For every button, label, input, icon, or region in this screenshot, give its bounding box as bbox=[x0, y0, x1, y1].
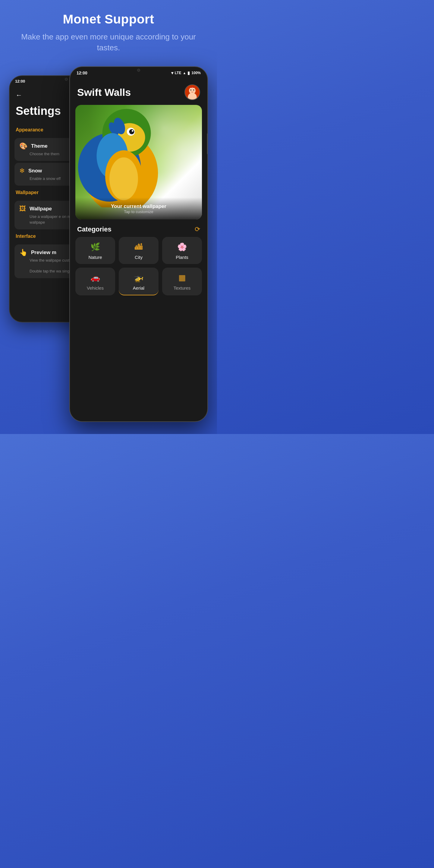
notch-front bbox=[124, 67, 154, 72]
vehicles-icon: 🚗 bbox=[90, 273, 100, 282]
category-aerial[interactable]: 🚁 Aerial bbox=[119, 268, 158, 296]
app-title: Swift Walls bbox=[77, 87, 131, 98]
camera-front bbox=[137, 69, 140, 72]
svg-point-3 bbox=[190, 90, 192, 91]
avatar[interactable] bbox=[184, 84, 200, 100]
status-icons-front: ▾ LTE ▲ ▮ 100% bbox=[171, 70, 201, 75]
textures-icon: ▦ bbox=[179, 273, 186, 282]
battery-front: 100% bbox=[191, 71, 201, 75]
plants-label: Plants bbox=[176, 255, 188, 260]
battery-front-icon: ▮ bbox=[187, 70, 190, 75]
wallpaper-overlay: Your current wallpaper Tap to customize bbox=[75, 197, 202, 219]
category-nature[interactable]: 🌿 Nature bbox=[75, 237, 115, 264]
category-city[interactable]: 🏙 City bbox=[119, 237, 158, 264]
textures-label: Textures bbox=[174, 285, 191, 290]
wallpaper-sublabel: Tap to customize bbox=[82, 210, 196, 214]
phones-container: 12:00 ▾ LTE ▲ ▮ 100% ← Settings Appearan… bbox=[0, 66, 217, 434]
nature-label: Nature bbox=[88, 255, 102, 260]
wallpaper-label: Your current wallpaper bbox=[82, 204, 196, 210]
nature-icon: 🌿 bbox=[90, 242, 100, 252]
svg-point-10 bbox=[129, 129, 134, 134]
wallpaper-title: Wallpape bbox=[30, 206, 52, 212]
categories-grid: 🌿 Nature 🏙 City 🌸 Plants 🚗 Vehicles 🚁 bbox=[70, 237, 207, 296]
signal-front-icon: ▲ bbox=[183, 71, 186, 75]
category-vehicles[interactable]: 🚗 Vehicles bbox=[75, 268, 115, 296]
preview-icon: 👆 bbox=[19, 249, 27, 256]
lte-front: LTE bbox=[175, 71, 181, 75]
time-back: 12:00 bbox=[15, 79, 25, 84]
swift-walls-content: Swift Walls bbox=[70, 77, 207, 296]
camera-back bbox=[65, 78, 68, 81]
wifi-front-icon: ▾ bbox=[171, 70, 173, 75]
volume-button bbox=[207, 133, 208, 154]
parrot-svg bbox=[75, 105, 184, 207]
category-textures[interactable]: ▦ Textures bbox=[162, 268, 202, 296]
vehicles-label: Vehicles bbox=[87, 285, 104, 290]
svg-point-16 bbox=[110, 157, 138, 200]
categories-refresh-icon[interactable]: ⟳ bbox=[195, 225, 200, 233]
page-subtitle: Make the app even more unique according … bbox=[18, 31, 199, 53]
wallpaper-icon: 🖼 bbox=[19, 205, 26, 213]
snow-title: Snow bbox=[28, 168, 42, 174]
preview-title: Preview m bbox=[31, 250, 56, 255]
wallpaper-card[interactable]: Your current wallpaper Tap to customize bbox=[75, 105, 202, 219]
theme-title: Theme bbox=[31, 143, 48, 149]
aerial-icon: 🚁 bbox=[134, 273, 144, 282]
snow-icon: ❄ bbox=[19, 167, 25, 175]
svg-point-4 bbox=[193, 90, 194, 91]
category-plants[interactable]: 🌸 Plants bbox=[162, 237, 202, 264]
swift-walls-phone: 12:00 ▾ LTE ▲ ▮ 100% Swift Walls bbox=[69, 66, 208, 422]
page-title: Monet Support bbox=[18, 12, 199, 27]
avatar-image bbox=[185, 84, 199, 100]
city-icon: 🏙 bbox=[135, 242, 143, 252]
plants-icon: 🌸 bbox=[177, 242, 187, 252]
categories-header: Categories ⟳ bbox=[70, 219, 207, 237]
categories-title: Categories bbox=[77, 225, 112, 233]
city-label: City bbox=[135, 255, 143, 260]
theme-icon: 🎨 bbox=[19, 142, 27, 150]
page-header: Monet Support Make the app even more uni… bbox=[0, 0, 217, 62]
app-header: Swift Walls bbox=[70, 79, 207, 105]
time-front: 12:00 bbox=[76, 70, 87, 75]
aerial-label: Aerial bbox=[133, 285, 144, 290]
svg-point-11 bbox=[132, 130, 133, 132]
